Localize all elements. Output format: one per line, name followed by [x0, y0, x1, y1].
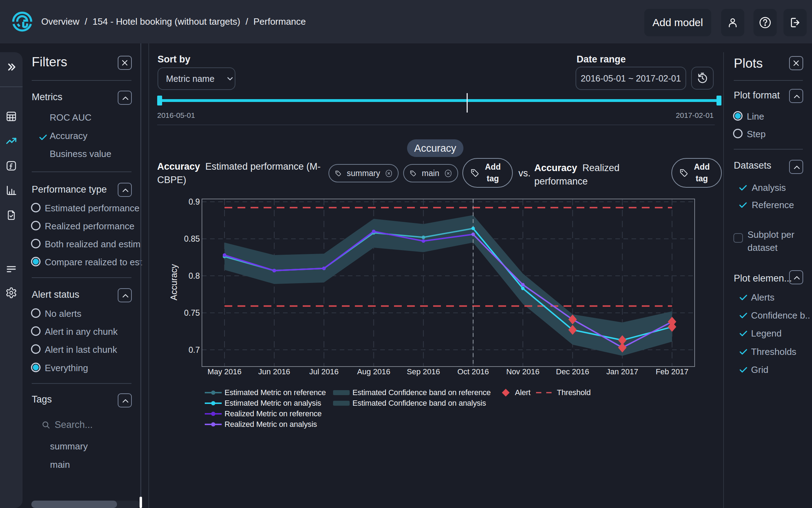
- svg-text:Aug 2016: Aug 2016: [357, 367, 390, 376]
- svg-text:Feb 2017: Feb 2017: [656, 367, 688, 376]
- svg-text:Dec 2016: Dec 2016: [556, 367, 589, 376]
- svg-text:Jan 2017: Jan 2017: [607, 367, 639, 376]
- svg-text:Sep 2016: Sep 2016: [407, 367, 440, 376]
- svg-text:Nov 2016: Nov 2016: [506, 367, 540, 376]
- svg-text:Jun 2016: Jun 2016: [258, 367, 290, 376]
- svg-text:0.9: 0.9: [189, 197, 200, 206]
- svg-text:May 2016: May 2016: [208, 367, 242, 376]
- svg-text:0.75: 0.75: [184, 308, 200, 318]
- svg-text:Jul 2016: Jul 2016: [309, 367, 339, 376]
- svg-text:Oct 2016: Oct 2016: [457, 367, 489, 376]
- svg-text:0.7: 0.7: [189, 345, 200, 355]
- svg-text:0.85: 0.85: [184, 234, 200, 243]
- svg-text:0.8: 0.8: [189, 271, 200, 280]
- svg-text:Accuracy: Accuracy: [169, 264, 179, 300]
